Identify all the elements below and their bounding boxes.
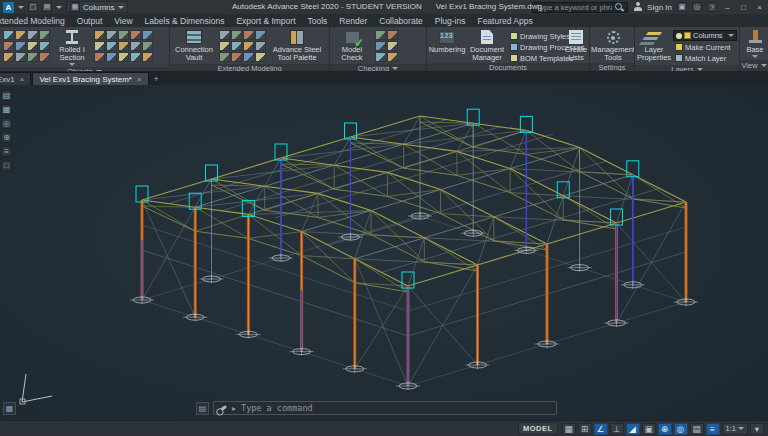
ribbon-mini-icon[interactable] <box>142 52 153 62</box>
autodesk-360-icon[interactable]: ◎ <box>692 2 702 12</box>
ribbon-tab-export-import[interactable]: Export & Import <box>230 14 301 27</box>
ribbon-mini-icon[interactable] <box>219 30 230 40</box>
isodraft-icon[interactable]: ▣ <box>642 423 656 435</box>
ribbon-tab-labels-dimensions[interactable]: Labels & Dimensions <box>139 14 231 27</box>
ortho-mode-icon[interactable]: ⊥ <box>610 423 624 435</box>
ribbon-tab-view[interactable]: View <box>108 14 138 27</box>
ribbon-mini-icon[interactable] <box>106 41 117 51</box>
base-view-button[interactable]: Base <box>741 28 768 60</box>
ribbon-tab-tools[interactable]: Tools <box>302 14 334 27</box>
infer-constraints-icon[interactable]: ∠ <box>594 423 608 435</box>
help-search-input[interactable] <box>536 3 612 12</box>
model-space-button[interactable]: MODEL <box>518 422 558 435</box>
drawing-styles-button[interactable]: Drawing Styles <box>508 31 563 41</box>
object-snap-icon[interactable]: ⊕ <box>658 423 672 435</box>
command-line[interactable] <box>213 401 557 415</box>
view-panel-label[interactable]: View <box>740 60 768 71</box>
ribbon-mini-icon[interactable] <box>219 41 230 51</box>
ribbon-mini-icon[interactable] <box>3 41 14 51</box>
snap-mode-icon[interactable]: ⊞ <box>578 423 592 435</box>
ribbon-mini-icon[interactable] <box>255 41 266 51</box>
ribbon-mini-icon[interactable] <box>94 41 105 51</box>
new-tab-button[interactable] <box>150 72 163 85</box>
ribbon-tab-output[interactable]: Output <box>71 14 109 27</box>
ribbon-mini-icon[interactable] <box>243 52 254 62</box>
ribbon-mini-icon[interactable] <box>255 52 266 62</box>
customize-wrench-icon[interactable] <box>219 404 227 411</box>
grid-icon[interactable]: ▦ <box>562 423 576 435</box>
close-tab-icon[interactable] <box>20 75 25 84</box>
command-history-icon[interactable]: ▤ <box>196 402 209 415</box>
objects-panel-label[interactable]: Objects <box>0 67 169 71</box>
ribbon-mini-icon[interactable] <box>243 30 254 40</box>
lineweight-icon[interactable]: ▤ <box>690 423 704 435</box>
close-button[interactable] <box>754 3 765 12</box>
sign-in-button[interactable]: Sign In <box>647 3 672 12</box>
model-viewport[interactable]: ▤▦◎⊕≡□ <box>0 85 768 420</box>
bom-templates-button[interactable]: BOM Templates <box>508 53 563 63</box>
ribbon-tab-render[interactable]: Render <box>333 14 373 27</box>
ribbon-tab-collaborate[interactable]: Collaborate <box>373 14 428 27</box>
ribbon-mini-icon[interactable] <box>15 41 26 51</box>
ribbon-mini-icon[interactable] <box>375 52 386 62</box>
ribbon-mini-icon[interactable] <box>118 41 129 51</box>
ribbon-mini-icon[interactable] <box>94 52 105 62</box>
ribbon-mini-icon[interactable] <box>3 30 14 40</box>
management-tools-button[interactable]: Management Tools <box>591 28 635 63</box>
checking-panel-label[interactable]: Checking <box>330 64 426 71</box>
ribbon-tab-extended-modeling[interactable]: Extended Modeling <box>0 14 71 27</box>
ribbon-mini-icon[interactable] <box>27 52 38 62</box>
ribbon-mini-icon[interactable] <box>118 30 129 40</box>
zoom-icon[interactable]: ⊕ <box>1 132 12 143</box>
layer-select-dropdown[interactable]: Columns <box>673 30 737 41</box>
document-tab-vel-exv1-bracing-system-[interactable]: Vel Exv1 Bracing System* <box>32 72 148 85</box>
maximize-button[interactable] <box>738 3 749 12</box>
navigation-icon[interactable]: ▤ <box>1 90 12 101</box>
help-search-box[interactable] <box>532 2 628 13</box>
orbit-icon[interactable]: ◎ <box>1 118 12 129</box>
ribbon-mini-icon[interactable] <box>39 41 50 51</box>
polar-tracking-icon[interactable]: ◢ <box>626 423 640 435</box>
qat-layer-dropdown[interactable]: ▦ Columns <box>66 1 128 13</box>
drawing-processes-button[interactable]: Drawing Processes <box>508 42 563 52</box>
annotation-scale-button[interactable]: 1:1 <box>722 423 748 435</box>
ribbon-mini-icon[interactable] <box>27 30 38 40</box>
make-current-button[interactable]: Make Current <box>673 42 737 52</box>
ribbon-mini-icon[interactable] <box>15 52 26 62</box>
ribbon-mini-icon[interactable] <box>243 41 254 51</box>
ribbon-mini-icon[interactable] <box>387 41 398 51</box>
ribbon-mini-icon[interactable] <box>130 52 141 62</box>
ribbon-mini-icon[interactable] <box>3 52 14 62</box>
model-check-button[interactable]: Model Check <box>331 28 373 64</box>
ribbon-mini-icon[interactable] <box>27 41 38 51</box>
ribbon-mini-icon[interactable] <box>130 41 141 51</box>
ribbon-mini-icon[interactable] <box>375 30 386 40</box>
document-manager-button[interactable]: Document Manager <box>466 28 508 63</box>
ribbon-mini-icon[interactable] <box>106 30 117 40</box>
ribbon-mini-icon[interactable] <box>39 30 50 40</box>
layer-properties-button[interactable]: Layer Properties <box>636 28 672 65</box>
numbering-button[interactable]: Numbering <box>428 28 466 63</box>
advance-steel-tool-palette-button[interactable]: Advance Steel Tool Palette <box>268 28 326 64</box>
plot-icon[interactable]: ▤ <box>42 2 52 12</box>
ribbon-mini-icon[interactable] <box>15 30 26 40</box>
ribbon-mini-icon[interactable] <box>375 41 386 51</box>
layers-panel-label[interactable]: Layers <box>635 65 739 71</box>
save-icon[interactable]: ▢ <box>28 2 38 12</box>
ribbon-mini-icon[interactable] <box>255 30 266 40</box>
app-menu-chevron-icon[interactable] <box>18 6 24 9</box>
ribbon-mini-icon[interactable] <box>39 52 50 62</box>
ribbon-mini-icon[interactable] <box>94 30 105 40</box>
ribbon-mini-icon[interactable] <box>387 52 398 62</box>
help-icon[interactable]: ? <box>707 2 717 12</box>
ribbon-mini-icon[interactable] <box>118 52 129 62</box>
customize-status-icon[interactable]: ▾ <box>750 423 764 435</box>
pan-icon[interactable]: ▦ <box>1 104 12 115</box>
ribbon-mini-icon[interactable] <box>387 30 398 40</box>
ribbon-mini-icon[interactable] <box>142 30 153 40</box>
ribbon-mini-icon[interactable] <box>130 30 141 40</box>
selection-cycling-icon[interactable]: ≡ <box>706 423 720 435</box>
qat-customize-chevron-icon[interactable] <box>56 6 62 9</box>
ribbon-mini-icon[interactable] <box>106 52 117 62</box>
minimize-button[interactable] <box>722 3 733 12</box>
